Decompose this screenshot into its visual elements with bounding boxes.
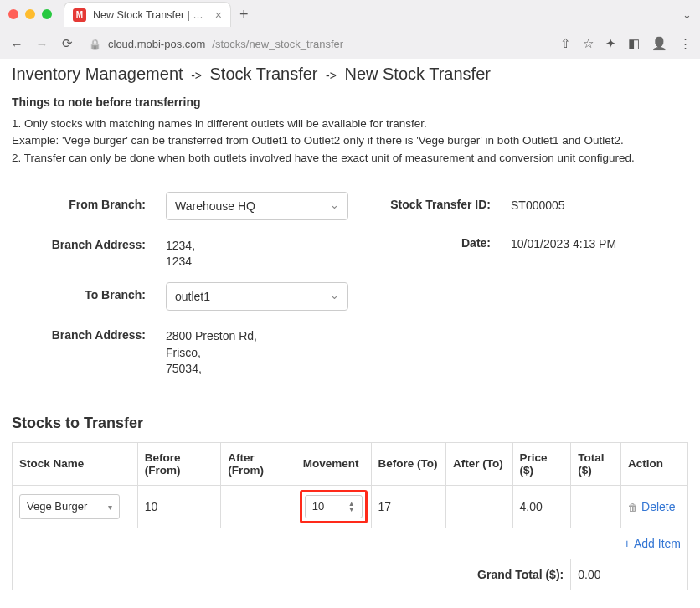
window-controls: [8, 9, 52, 19]
close-window-icon[interactable]: [8, 9, 18, 19]
back-icon[interactable]: ←: [8, 37, 25, 51]
row-to-branch: To Branch: outlet1: [20, 282, 348, 311]
delete-label: Delete: [641, 500, 675, 513]
url-path: /stocks/new_stock_transfer: [212, 38, 343, 50]
address-bar[interactable]: cloud.mobi-pos.com/stocks/new_stock_tran…: [84, 38, 552, 50]
instruction-line: 1. Only stocks with matching names in di…: [12, 116, 688, 132]
close-tab-icon[interactable]: ×: [215, 8, 222, 22]
addr-line: 75034,: [166, 361, 257, 378]
col-total: Total ($): [571, 442, 621, 485]
grand-total-row: Grand Total ($): 0.00: [13, 559, 688, 590]
profile-icon[interactable]: [651, 36, 667, 51]
breadcrumb-sep: ->: [191, 69, 202, 82]
row-from-address: Branch Address: 1234, 1234: [20, 232, 348, 271]
addr-line: 1234,: [166, 238, 195, 255]
breadcrumb-new: New Stock Transfer: [344, 64, 491, 83]
breadcrumb: Inventory Management -> Stock Transfer -…: [12, 59, 688, 95]
transfer-id-label: Stock Transfer ID:: [348, 192, 491, 211]
new-tab-icon[interactable]: +: [239, 6, 249, 23]
lock-icon: [89, 38, 101, 50]
spinner-icon[interactable]: ▲▼: [348, 501, 355, 513]
add-item-button[interactable]: + Add Item: [624, 537, 681, 550]
col-stock-name: Stock Name: [13, 442, 138, 485]
maximize-window-icon[interactable]: [42, 9, 52, 19]
add-item-cell: + Add Item: [13, 528, 688, 559]
stocks-heading: Stocks to Transfer: [12, 415, 688, 432]
row-transfer-id: Stock Transfer ID: ST000005: [348, 192, 663, 219]
instruction-line: Example: 'Vege burger' can be transferre…: [12, 132, 688, 149]
breadcrumb-stock-transfer[interactable]: Stock Transfer: [210, 64, 318, 83]
to-branch-value: outlet1: [175, 290, 210, 303]
addr-line: 2800 Preston Rd,: [166, 328, 257, 345]
row-to-address: Branch Address: 2800 Preston Rd, Frisco,…: [20, 322, 348, 378]
chevron-down-icon: [330, 199, 339, 213]
row-from-branch: From Branch: Warehouse HQ: [20, 192, 348, 220]
stocks-table: Stock Name Before (From) After (From) Mo…: [12, 442, 688, 590]
bookmark-icon[interactable]: [583, 36, 594, 51]
delete-row-button[interactable]: Delete: [628, 500, 675, 513]
cell-total: [571, 485, 621, 528]
reload-icon[interactable]: ⟳: [59, 36, 75, 51]
movement-input[interactable]: 10 ▲▼: [305, 495, 363, 518]
transfer-id-value: ST000005: [511, 192, 565, 214]
forward-icon[interactable]: →: [33, 37, 50, 51]
tabs-menu-icon[interactable]: ⌄: [682, 8, 692, 21]
transfer-form: From Branch: Warehouse HQ Branch Address…: [12, 183, 688, 398]
from-address: 1234, 1234: [166, 232, 195, 271]
to-branch-label: To Branch:: [20, 282, 146, 301]
form-left: From Branch: Warehouse HQ Branch Address…: [20, 192, 348, 389]
table-header-row: Stock Name Before (From) After (From) Mo…: [13, 442, 688, 485]
addr-line: Frisco,: [166, 345, 257, 362]
to-address: 2800 Preston Rd, Frisco, 75034,: [166, 322, 257, 378]
share-icon[interactable]: [560, 36, 571, 51]
col-before-to: Before (To): [371, 442, 446, 485]
cell-movement: 10 ▲▼: [296, 485, 371, 528]
to-branch-select[interactable]: outlet1: [166, 282, 348, 311]
from-branch-select[interactable]: Warehouse HQ: [166, 192, 348, 220]
date-value: 10/01/2023 4:13 PM: [511, 230, 616, 253]
toolbar-right: [560, 36, 692, 51]
tab-favicon: M: [73, 8, 86, 22]
panel-icon[interactable]: [628, 36, 640, 51]
movement-highlight: 10 ▲▼: [300, 490, 368, 523]
minimize-window-icon[interactable]: [25, 9, 35, 19]
browser-tab[interactable]: M New Stock Transfer | MobiPOS ×: [64, 2, 231, 27]
cell-before-to: 17: [371, 485, 446, 528]
add-item-row: + Add Item: [13, 528, 688, 559]
addr-line: 1234: [166, 254, 195, 271]
instructions-body: 1. Only stocks with matching names in di…: [12, 116, 688, 167]
chevron-down-icon: [108, 500, 112, 513]
breadcrumb-inv[interactable]: Inventory Management: [12, 64, 183, 83]
col-after-to: After (To): [446, 442, 513, 485]
menu-icon[interactable]: [679, 36, 692, 51]
instructions-heading: Things to note before transferring: [12, 95, 688, 109]
grand-total-label: Grand Total ($):: [13, 559, 571, 590]
extensions-icon[interactable]: [605, 36, 616, 51]
col-action: Action: [621, 442, 688, 485]
row-date: Date: 10/01/2023 4:13 PM: [348, 230, 663, 257]
stock-select[interactable]: Vege Burger: [19, 494, 120, 519]
cell-after-to: [446, 485, 513, 528]
col-price: Price ($): [512, 442, 571, 485]
date-label: Date:: [348, 230, 491, 250]
grand-total-value: 0.00: [571, 559, 688, 590]
branch-address-label: Branch Address:: [20, 232, 146, 251]
branch-address-label: Branch Address:: [20, 322, 146, 342]
instruction-line: 2. Transfer can only be done when both o…: [12, 150, 688, 167]
stock-select-value: Vege Burger: [27, 500, 87, 513]
movement-value: 10: [312, 500, 324, 513]
url-host: cloud.mobi-pos.com: [108, 38, 205, 50]
tab-title: New Stock Transfer | MobiPOS: [93, 9, 208, 21]
col-before-from: Before (From): [137, 442, 220, 485]
cell-after-from: [221, 485, 296, 528]
plus-icon: +: [624, 537, 631, 550]
from-branch-label: From Branch:: [20, 192, 146, 211]
form-right: Stock Transfer ID: ST000005 Date: 10/01/…: [348, 192, 663, 389]
table-row: Vege Burger 10 10 ▲▼ 17 4.00: [13, 485, 688, 528]
cell-stock-name: Vege Burger: [13, 485, 138, 528]
add-item-label: Add Item: [634, 537, 681, 550]
col-movement: Movement: [296, 442, 371, 485]
cell-before-from: 10: [137, 485, 220, 528]
stocks-head: Stock Name Before (From) After (From) Mo…: [13, 442, 688, 485]
col-after-from: After (From): [221, 442, 296, 485]
